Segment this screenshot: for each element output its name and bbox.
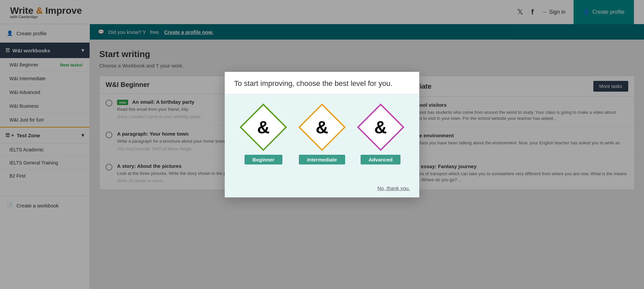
advanced-badge: Advanced	[361, 155, 401, 164]
modal-title: To start improving, choose the best leve…	[225, 72, 419, 94]
modal-footer: No, thank you.	[225, 182, 419, 197]
intermediate-badge: Intermediate	[299, 155, 345, 164]
intermediate-diamond: &	[299, 104, 345, 151]
level-selection-modal: To start improving, choose the best leve…	[225, 72, 419, 197]
no-thanks-link[interactable]: No, thank you.	[377, 185, 410, 191]
level-option-advanced[interactable]: & Advanced	[357, 104, 404, 164]
beginner-diamond-symbol: &	[257, 117, 270, 137]
modal-body: & Beginner & Intermediate & Advanced	[225, 94, 419, 182]
intermediate-diamond-symbol: &	[316, 117, 328, 137]
level-options: & Beginner & Intermediate & Advanced	[234, 104, 410, 164]
level-option-beginner[interactable]: & Beginner	[240, 104, 287, 164]
beginner-diamond: &	[240, 104, 287, 151]
advanced-diamond-symbol: &	[374, 117, 387, 137]
level-option-intermediate[interactable]: & Intermediate	[299, 104, 345, 164]
beginner-badge: Beginner	[245, 155, 282, 164]
advanced-diamond: &	[357, 104, 404, 151]
